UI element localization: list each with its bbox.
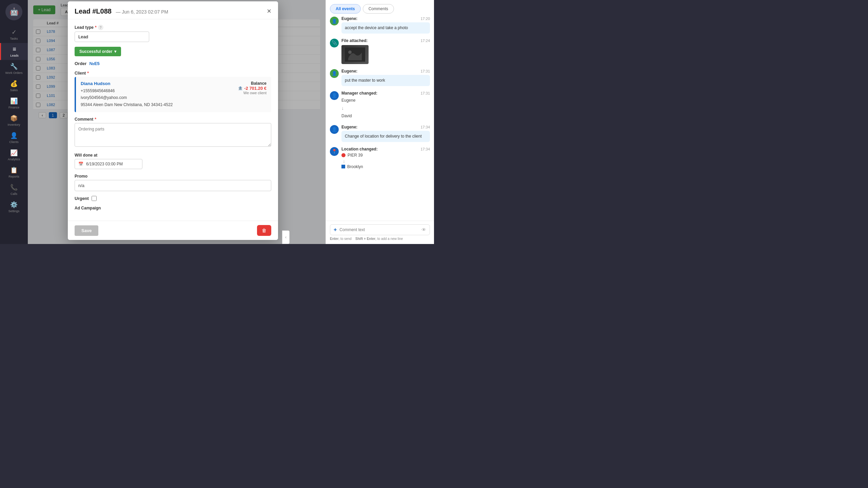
lead-detail-modal: Lead #L088 — Jun 6, 2023 02:07 PM × Lead… <box>68 1 278 240</box>
modal-close-button[interactable]: × <box>267 7 271 16</box>
event-icon: 👤 <box>330 125 339 134</box>
urgent-checkbox[interactable] <box>92 196 97 201</box>
sidebar-item-work-orders[interactable]: 🔧 Work Orders <box>0 60 28 77</box>
promo-label: Promo <box>75 174 271 179</box>
sidebar-item-settings[interactable]: ⚙️ Settings <box>0 198 28 216</box>
order-row: Order №E5 <box>75 61 271 66</box>
reports-icon: 📋 <box>10 166 18 174</box>
comment-group: Comment * <box>75 117 271 148</box>
client-card: Diana Hudson +15559845646846 ivory504564… <box>75 77 271 112</box>
event-header: Eugene: 17:34 <box>341 125 430 129</box>
event-content: Eugene: 17:34 Change of location for del… <box>341 125 430 142</box>
comment-required: * <box>95 117 96 122</box>
leads-icon: ≡ <box>13 46 16 53</box>
manager-to: David <box>341 113 430 120</box>
lead-type-label: Lead type * ? <box>75 25 271 30</box>
event-item: 👤 Eugene: 17:31 put the master to work <box>330 69 430 86</box>
comment-textarea[interactable] <box>75 123 271 147</box>
sidebar-item-inventory[interactable]: 📦 Inventory <box>0 112 28 129</box>
comment-input-area: + 👁 Enter, to send Shift + Enter, to add… <box>326 221 434 244</box>
modal-footer: Save 🗑 <box>68 221 278 240</box>
panel-tabs: All events Comments <box>326 0 434 14</box>
comment-label: Comment * <box>75 117 271 122</box>
event-header: Manager changed: 17:31 <box>341 91 430 96</box>
comment-input-field[interactable] <box>339 227 419 232</box>
modal-header: Lead #L088 — Jun 6, 2023 02:07 PM × <box>68 1 278 19</box>
sidebar: 🤖 ✓ Tasks ≡ Leads 🔧 Work Orders 💰 Sales … <box>0 0 28 244</box>
sidebar-item-analytics[interactable]: 📈 Analytics <box>0 146 28 164</box>
clients-icon: 👤 <box>10 132 18 139</box>
event-icon: 👤 <box>330 17 339 25</box>
comment-input-row: + 👁 <box>330 224 430 235</box>
status-label: Successful order <box>79 49 112 54</box>
balance-amount: 🏦 -2 701.20 € <box>238 86 267 91</box>
client-details: +15559845646846 ivory504564@yahoo.com 95… <box>81 87 173 108</box>
lead-type-select[interactable]: Lead <box>75 32 149 42</box>
manager-from: Eugene <box>341 97 430 104</box>
sidebar-item-calls[interactable]: 📞 Calls <box>0 181 28 198</box>
will-done-label: Will done at <box>75 153 271 158</box>
sidebar-item-reports[interactable]: 📋 Reports <box>0 164 28 181</box>
tab-all-events[interactable]: All events <box>330 4 361 14</box>
sidebar-item-clients[interactable]: 👤 Clients <box>0 129 28 146</box>
client-required: * <box>87 71 89 76</box>
event-item: 👤 Manager changed: 17:31 Eugene ↓ David <box>330 91 430 120</box>
client-label: Client * <box>75 71 271 76</box>
event-header: Eugene: 17:20 <box>341 16 430 21</box>
delete-button[interactable]: 🗑 <box>257 225 271 236</box>
enter-hint: Enter <box>330 237 339 241</box>
promo-input[interactable] <box>75 180 271 191</box>
event-time: 17:20 <box>420 17 430 21</box>
loc-from: PIER 39 <box>341 153 430 158</box>
event-item: 👤 Eugene: 17:20 accept the device and ta… <box>330 16 430 34</box>
sales-icon: 💰 <box>10 80 18 87</box>
event-author: Manager changed: <box>341 91 377 96</box>
event-author: File attached: <box>341 38 368 43</box>
event-content: File attached: 17:24 <box>341 38 430 64</box>
event-item: 📍 Location changed: 17:34 PIER 39 ↓ Broo… <box>330 147 430 170</box>
event-bubble: Change of location for delivery to the c… <box>341 131 430 142</box>
event-bubble: accept the device and take a photo <box>341 22 430 34</box>
finance-icon: 📊 <box>10 97 18 105</box>
event-content: Manager changed: 17:31 Eugene ↓ David <box>341 91 430 120</box>
event-author: Eugene: <box>341 125 357 129</box>
ad-campaign-label: Ad Campaign <box>75 206 271 210</box>
status-button[interactable]: Successful order ▾ <box>75 47 121 56</box>
file-thumb-inner <box>341 45 369 64</box>
sidebar-item-tasks[interactable]: ✓ Tasks <box>0 26 28 43</box>
event-content: Eugene: 17:31 put the master to work <box>341 69 430 86</box>
event-header: File attached: 17:24 <box>341 38 430 43</box>
order-link[interactable]: №E5 <box>89 61 99 66</box>
modal-body: Lead type * ? Lead Successful order ▾ <box>68 19 278 221</box>
collapse-arrow[interactable]: ‹ <box>282 230 290 244</box>
save-button[interactable]: Save <box>75 225 98 236</box>
eye-icon: 👁 <box>421 227 426 232</box>
comment-attach-icon[interactable]: + <box>334 227 337 233</box>
event-bubble: put the master to work <box>341 75 430 86</box>
event-author: Eugene: <box>341 69 357 74</box>
inventory-icon: 📦 <box>10 115 18 122</box>
client-balance: Balance 🏦 -2 701.20 € We owe client <box>238 81 267 95</box>
loc-from-icon <box>341 153 346 157</box>
event-icon: 📎 <box>330 39 339 47</box>
loc-to: Brooklyn <box>341 164 430 169</box>
loc-arrow: ↓ <box>341 158 430 164</box>
client-group: Client * Diana Hudson +15559845646846 iv… <box>75 71 271 112</box>
event-item: 📎 File attached: 17:24 <box>330 38 430 64</box>
date-field[interactable]: 📅 6/19/2023 03:00 PM <box>75 159 142 169</box>
sidebar-item-leads[interactable]: ≡ Leads <box>0 43 28 60</box>
event-author: Location changed: <box>341 147 378 151</box>
client-name[interactable]: Diana Hudson <box>81 81 173 86</box>
sidebar-item-sales[interactable]: 💰 Sales <box>0 77 28 95</box>
right-panel: All events Comments 👤 Eugene: 17:20 acce… <box>326 0 434 244</box>
calendar-icon: 📅 <box>78 162 83 166</box>
tab-comments[interactable]: Comments <box>363 4 394 14</box>
sidebar-item-finance[interactable]: 📊 Finance <box>0 95 28 112</box>
comment-hints: Enter, to send Shift + Enter, to add a n… <box>330 237 430 241</box>
lead-type-help[interactable]: ? <box>98 25 103 30</box>
modal-title-area: Lead #L088 — Jun 6, 2023 02:07 PM <box>75 7 168 15</box>
shift-enter-hint-text: , to add a new line <box>375 237 403 241</box>
date-value: 6/19/2023 03:00 PM <box>86 162 123 166</box>
event-time: 17:34 <box>420 147 430 151</box>
shift-enter-hint: Shift + Enter <box>355 237 375 241</box>
